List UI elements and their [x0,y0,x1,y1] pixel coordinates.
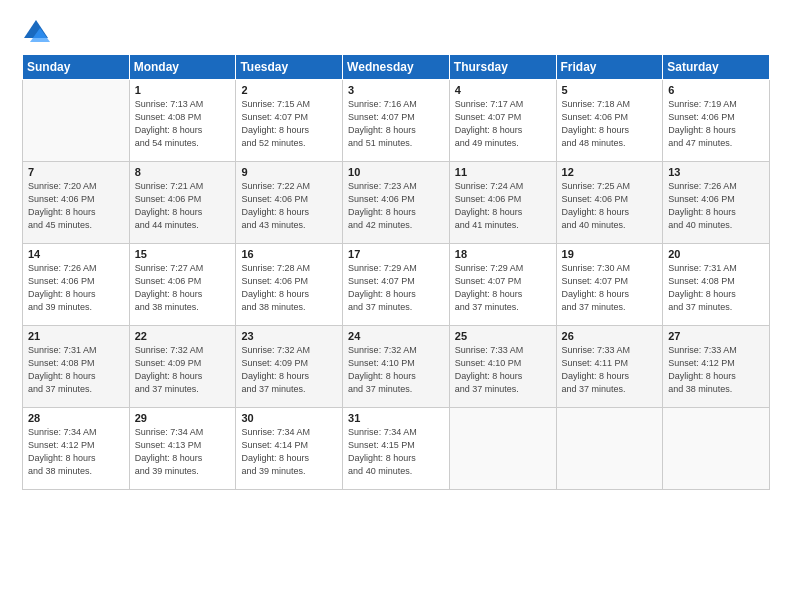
day-number: 7 [28,166,124,178]
day-number: 31 [348,412,444,424]
header [22,18,770,46]
day-info: Sunrise: 7:33 AMSunset: 4:12 PMDaylight:… [668,344,764,396]
day-number: 12 [562,166,658,178]
calendar-cell: 12Sunrise: 7:25 AMSunset: 4:06 PMDayligh… [556,162,663,244]
calendar-cell: 29Sunrise: 7:34 AMSunset: 4:13 PMDayligh… [129,408,236,490]
calendar-cell [449,408,556,490]
day-info: Sunrise: 7:33 AMSunset: 4:10 PMDaylight:… [455,344,551,396]
calendar-week-row: 1Sunrise: 7:13 AMSunset: 4:08 PMDaylight… [23,80,770,162]
calendar-week-row: 14Sunrise: 7:26 AMSunset: 4:06 PMDayligh… [23,244,770,326]
day-number: 18 [455,248,551,260]
calendar-cell: 23Sunrise: 7:32 AMSunset: 4:09 PMDayligh… [236,326,343,408]
day-info: Sunrise: 7:24 AMSunset: 4:06 PMDaylight:… [455,180,551,232]
calendar-cell: 25Sunrise: 7:33 AMSunset: 4:10 PMDayligh… [449,326,556,408]
day-number: 14 [28,248,124,260]
day-info: Sunrise: 7:22 AMSunset: 4:06 PMDaylight:… [241,180,337,232]
day-info: Sunrise: 7:28 AMSunset: 4:06 PMDaylight:… [241,262,337,314]
day-info: Sunrise: 7:23 AMSunset: 4:06 PMDaylight:… [348,180,444,232]
logo-icon [22,18,50,46]
day-number: 8 [135,166,231,178]
calendar-cell: 20Sunrise: 7:31 AMSunset: 4:08 PMDayligh… [663,244,770,326]
calendar-cell [23,80,130,162]
weekday-header-friday: Friday [556,55,663,80]
day-info: Sunrise: 7:27 AMSunset: 4:06 PMDaylight:… [135,262,231,314]
calendar-cell: 22Sunrise: 7:32 AMSunset: 4:09 PMDayligh… [129,326,236,408]
day-number: 30 [241,412,337,424]
calendar-cell: 13Sunrise: 7:26 AMSunset: 4:06 PMDayligh… [663,162,770,244]
day-number: 1 [135,84,231,96]
weekday-header-monday: Monday [129,55,236,80]
calendar-cell: 24Sunrise: 7:32 AMSunset: 4:10 PMDayligh… [343,326,450,408]
calendar-cell: 16Sunrise: 7:28 AMSunset: 4:06 PMDayligh… [236,244,343,326]
calendar-cell: 17Sunrise: 7:29 AMSunset: 4:07 PMDayligh… [343,244,450,326]
calendar-body: 1Sunrise: 7:13 AMSunset: 4:08 PMDaylight… [23,80,770,490]
calendar-cell: 28Sunrise: 7:34 AMSunset: 4:12 PMDayligh… [23,408,130,490]
calendar-cell: 15Sunrise: 7:27 AMSunset: 4:06 PMDayligh… [129,244,236,326]
day-info: Sunrise: 7:32 AMSunset: 4:10 PMDaylight:… [348,344,444,396]
day-number: 27 [668,330,764,342]
day-info: Sunrise: 7:19 AMSunset: 4:06 PMDaylight:… [668,98,764,150]
day-info: Sunrise: 7:34 AMSunset: 4:13 PMDaylight:… [135,426,231,478]
day-info: Sunrise: 7:17 AMSunset: 4:07 PMDaylight:… [455,98,551,150]
day-info: Sunrise: 7:26 AMSunset: 4:06 PMDaylight:… [668,180,764,232]
day-number: 5 [562,84,658,96]
day-number: 9 [241,166,337,178]
logo [22,18,53,46]
calendar-cell: 26Sunrise: 7:33 AMSunset: 4:11 PMDayligh… [556,326,663,408]
calendar-cell: 18Sunrise: 7:29 AMSunset: 4:07 PMDayligh… [449,244,556,326]
day-number: 17 [348,248,444,260]
calendar-cell [663,408,770,490]
day-info: Sunrise: 7:33 AMSunset: 4:11 PMDaylight:… [562,344,658,396]
day-info: Sunrise: 7:29 AMSunset: 4:07 PMDaylight:… [348,262,444,314]
calendar-cell [556,408,663,490]
weekday-header-thursday: Thursday [449,55,556,80]
day-number: 29 [135,412,231,424]
weekday-header-saturday: Saturday [663,55,770,80]
day-info: Sunrise: 7:34 AMSunset: 4:12 PMDaylight:… [28,426,124,478]
calendar-cell: 14Sunrise: 7:26 AMSunset: 4:06 PMDayligh… [23,244,130,326]
calendar-cell: 19Sunrise: 7:30 AMSunset: 4:07 PMDayligh… [556,244,663,326]
day-number: 13 [668,166,764,178]
calendar-cell: 11Sunrise: 7:24 AMSunset: 4:06 PMDayligh… [449,162,556,244]
day-info: Sunrise: 7:20 AMSunset: 4:06 PMDaylight:… [28,180,124,232]
calendar-week-row: 7Sunrise: 7:20 AMSunset: 4:06 PMDaylight… [23,162,770,244]
calendar-cell: 7Sunrise: 7:20 AMSunset: 4:06 PMDaylight… [23,162,130,244]
calendar-cell: 2Sunrise: 7:15 AMSunset: 4:07 PMDaylight… [236,80,343,162]
day-number: 23 [241,330,337,342]
day-info: Sunrise: 7:31 AMSunset: 4:08 PMDaylight:… [28,344,124,396]
calendar-cell: 30Sunrise: 7:34 AMSunset: 4:14 PMDayligh… [236,408,343,490]
weekday-header-tuesday: Tuesday [236,55,343,80]
calendar-table: SundayMondayTuesdayWednesdayThursdayFrid… [22,54,770,490]
day-number: 10 [348,166,444,178]
calendar-cell: 9Sunrise: 7:22 AMSunset: 4:06 PMDaylight… [236,162,343,244]
calendar-week-row: 28Sunrise: 7:34 AMSunset: 4:12 PMDayligh… [23,408,770,490]
day-info: Sunrise: 7:32 AMSunset: 4:09 PMDaylight:… [135,344,231,396]
day-number: 2 [241,84,337,96]
day-info: Sunrise: 7:16 AMSunset: 4:07 PMDaylight:… [348,98,444,150]
calendar-header: SundayMondayTuesdayWednesdayThursdayFrid… [23,55,770,80]
day-number: 24 [348,330,444,342]
day-number: 11 [455,166,551,178]
weekday-header-row: SundayMondayTuesdayWednesdayThursdayFrid… [23,55,770,80]
calendar-cell: 3Sunrise: 7:16 AMSunset: 4:07 PMDaylight… [343,80,450,162]
calendar-cell: 27Sunrise: 7:33 AMSunset: 4:12 PMDayligh… [663,326,770,408]
page: SundayMondayTuesdayWednesdayThursdayFrid… [0,0,792,612]
weekday-header-wednesday: Wednesday [343,55,450,80]
day-info: Sunrise: 7:34 AMSunset: 4:14 PMDaylight:… [241,426,337,478]
day-info: Sunrise: 7:29 AMSunset: 4:07 PMDaylight:… [455,262,551,314]
day-info: Sunrise: 7:13 AMSunset: 4:08 PMDaylight:… [135,98,231,150]
day-number: 28 [28,412,124,424]
day-number: 3 [348,84,444,96]
day-number: 21 [28,330,124,342]
day-number: 22 [135,330,231,342]
day-info: Sunrise: 7:21 AMSunset: 4:06 PMDaylight:… [135,180,231,232]
day-info: Sunrise: 7:31 AMSunset: 4:08 PMDaylight:… [668,262,764,314]
calendar-cell: 5Sunrise: 7:18 AMSunset: 4:06 PMDaylight… [556,80,663,162]
day-info: Sunrise: 7:32 AMSunset: 4:09 PMDaylight:… [241,344,337,396]
day-info: Sunrise: 7:15 AMSunset: 4:07 PMDaylight:… [241,98,337,150]
day-number: 4 [455,84,551,96]
day-info: Sunrise: 7:26 AMSunset: 4:06 PMDaylight:… [28,262,124,314]
day-number: 26 [562,330,658,342]
calendar-cell: 31Sunrise: 7:34 AMSunset: 4:15 PMDayligh… [343,408,450,490]
day-info: Sunrise: 7:18 AMSunset: 4:06 PMDaylight:… [562,98,658,150]
